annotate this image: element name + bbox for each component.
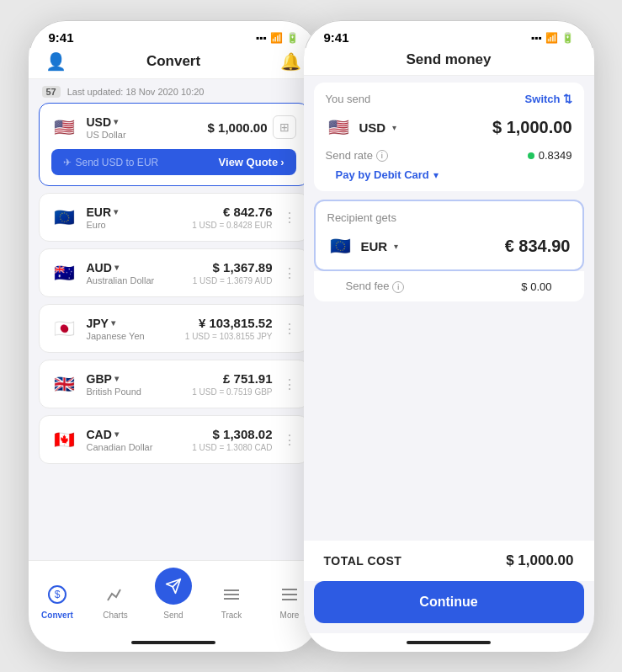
aud-card-top: 🇦🇺 AUD ▾ Australian Dollar — [51, 259, 296, 286]
total-cost-bar: TOTAL COST $ 1,000.00 — [304, 541, 594, 581]
cad-left: 🇨🇦 CAD ▾ Canadian Dollar — [51, 426, 153, 453]
jpy-code: JPY ▾ — [87, 317, 145, 330]
eur-dropdown[interactable]: ▾ — [114, 207, 118, 216]
tab-track[interactable]: Track — [203, 585, 261, 620]
cad-more-icon[interactable]: ⋮ — [283, 432, 296, 448]
switch-arrows-icon: ⇅ — [563, 93, 572, 105]
charts-tab-icon — [106, 585, 125, 608]
eur-more-icon[interactable]: ⋮ — [283, 210, 296, 226]
cad-right: $ 1,308.02 1 USD = 1.3080 CAD ⋮ — [192, 427, 295, 452]
time-right: 9:41 — [324, 30, 349, 45]
send-quote-bar[interactable]: ✈ Send USD to EUR View Quote › — [51, 149, 296, 175]
eur-card[interactable]: 🇪🇺 EUR ▾ Euro € 842.76 — [39, 193, 309, 242]
status-icons-left: ▪▪▪ 📶 🔋 — [256, 32, 299, 44]
send-rate-label: Send rate i — [326, 149, 388, 162]
gbp-dropdown[interactable]: ▾ — [114, 374, 119, 383]
gbp-rate: 1 USD = 0.7519 GBP — [192, 387, 272, 397]
gbp-card[interactable]: 🇬🇧 GBP ▾ British Pound £ — [39, 360, 309, 408]
profile-icon[interactable]: 👤 — [45, 51, 66, 72]
aud-left: 🇦🇺 AUD ▾ Australian Dollar — [51, 259, 155, 286]
last-updated-bar: 57 Last updated: 18 Nov 2020 10:20 — [29, 79, 319, 103]
more-tab-icon — [280, 585, 299, 608]
aud-code: AUD ▾ — [87, 261, 155, 275]
bell-icon[interactable]: 🔔 — [280, 51, 301, 72]
gbp-flag: 🇬🇧 — [51, 371, 78, 397]
aud-name: Australian Dollar — [87, 275, 155, 285]
from-currency-row: 🇺🇸 USD ▾ $ 1,000.00 — [326, 114, 572, 141]
home-bar-left — [131, 641, 215, 644]
you-send-section: You send Switch ⇅ 🇺🇸 USD ▾ $ 1,000.00 — [314, 83, 584, 191]
convert-tab-label: Convert — [41, 611, 73, 620]
jpy-more-icon[interactable]: ⋮ — [283, 321, 296, 337]
status-icons-right: ▪▪▪ 📶 🔋 — [531, 32, 574, 44]
cad-flag: 🇨🇦 — [51, 426, 78, 453]
send-rate-value: 0.8349 — [528, 149, 572, 162]
jpy-card[interactable]: 🇯🇵 JPY ▾ Japanese Yen ¥ 1 — [39, 304, 309, 353]
gbp-info: GBP ▾ British Pound — [87, 372, 141, 397]
to-amount: € 834.90 — [505, 237, 571, 256]
send-fee-value: $ 0.00 — [521, 280, 551, 293]
eur-name: Euro — [87, 220, 119, 230]
battery-icon-right: 🔋 — [561, 32, 574, 44]
eur-rate: 1 USD = 0.8428 EUR — [192, 221, 272, 230]
cad-info: CAD ▾ Canadian Dollar — [87, 428, 153, 452]
tab-send[interactable]: Send — [145, 568, 203, 620]
spacer — [304, 301, 594, 541]
status-bar-right: 9:41 ▪▪▪ 📶 🔋 — [304, 20, 594, 48]
cad-rate: 1 USD = 1.3080 CAD — [192, 443, 272, 452]
right-page-title: Send money — [406, 51, 491, 68]
calculator-icon[interactable]: ⊞ — [273, 115, 296, 139]
jpy-dropdown[interactable]: ▾ — [111, 318, 115, 328]
battery-icon: 🔋 — [286, 32, 299, 44]
cad-card-top: 🇨🇦 CAD ▾ Canadian Dollar — [51, 426, 296, 453]
currency-cards-list: 🇺🇸 USD ▾ US Dollar $ 1,000.00 — [29, 103, 319, 560]
aud-more-icon[interactable]: ⋮ — [283, 265, 296, 281]
send-label-row: You send Switch ⇅ — [326, 93, 572, 105]
track-tab-icon — [222, 585, 241, 608]
aud-rate: 1 USD = 1.3679 AUD — [193, 276, 273, 285]
home-indicator-right — [304, 633, 594, 652]
from-currency-selector[interactable]: 🇺🇸 USD ▾ — [326, 114, 397, 141]
more-tab-label: More — [280, 611, 300, 620]
gbp-more-icon[interactable]: ⋮ — [283, 376, 296, 392]
recipient-gets-section: Recipient gets 🇪🇺 EUR ▾ € 834.90 — [314, 200, 584, 271]
wifi-icon: 📶 — [270, 32, 283, 44]
wifi-icon-right: 📶 — [545, 32, 558, 44]
to-currency-dropdown[interactable]: ▾ — [394, 242, 398, 251]
right-phone: 9:41 ▪▪▪ 📶 🔋 Send money You send Switch — [304, 20, 594, 652]
to-currency-selector[interactable]: 🇪🇺 EUR ▾ — [327, 232, 399, 259]
aud-dropdown[interactable]: ▾ — [114, 263, 119, 272]
jpy-right: ¥ 103,815.52 1 USD = 103.8155 JPY ⋮ — [185, 316, 296, 341]
gbp-amount: £ 751.91 — [192, 371, 272, 386]
active-currency-card[interactable]: 🇺🇸 USD ▾ US Dollar $ 1,000.00 — [39, 103, 309, 186]
home-bar-right — [407, 641, 491, 644]
tab-charts[interactable]: Charts — [87, 585, 145, 620]
cad-dropdown[interactable]: ▾ — [114, 429, 119, 439]
from-currency-dropdown[interactable]: ▾ — [392, 123, 396, 132]
eur-amount: € 842.76 — [192, 205, 272, 219]
switch-button[interactable]: Switch ⇅ — [525, 93, 572, 105]
continue-button[interactable]: Continue — [314, 581, 584, 623]
view-quote-btn[interactable]: View Quote › — [219, 156, 284, 168]
eur-code: EUR ▾ — [87, 205, 119, 219]
active-card-right: $ 1,000.00 ⊞ — [208, 115, 296, 139]
aud-amount: $ 1,367.89 — [193, 260, 273, 275]
active-card-top: 🇺🇸 USD ▾ US Dollar $ 1,000.00 — [51, 114, 296, 141]
pay-method-row[interactable]: Pay by Debit Card ▾ — [324, 162, 574, 191]
active-card-left: 🇺🇸 USD ▾ US Dollar — [51, 114, 126, 141]
send-fee-section: Send fee i $ 0.00 — [314, 271, 584, 301]
tab-convert[interactable]: $ Convert — [29, 585, 87, 620]
aud-card[interactable]: 🇦🇺 AUD ▾ Australian Dollar — [39, 248, 309, 297]
usd-dropdown[interactable]: ▾ — [114, 117, 118, 126]
cad-card[interactable]: 🇨🇦 CAD ▾ Canadian Dollar — [39, 415, 309, 464]
from-flag: 🇺🇸 — [326, 114, 353, 141]
pay-method-dropdown[interactable]: ▾ — [433, 169, 439, 181]
aud-flag: 🇦🇺 — [51, 259, 78, 286]
jpy-info: JPY ▾ Japanese Yen — [87, 317, 145, 341]
send-tab-button[interactable] — [155, 568, 192, 605]
status-bar-left: 9:41 ▪▪▪ 📶 🔋 — [29, 20, 319, 48]
signal-icon: ▪▪▪ — [256, 32, 267, 44]
pay-method-text: Pay by Debit Card — [336, 168, 429, 181]
left-phone: 9:41 ▪▪▪ 📶 🔋 👤 Convert 🔔 57 Last updated… — [29, 20, 319, 652]
you-send-label: You send — [326, 93, 371, 105]
